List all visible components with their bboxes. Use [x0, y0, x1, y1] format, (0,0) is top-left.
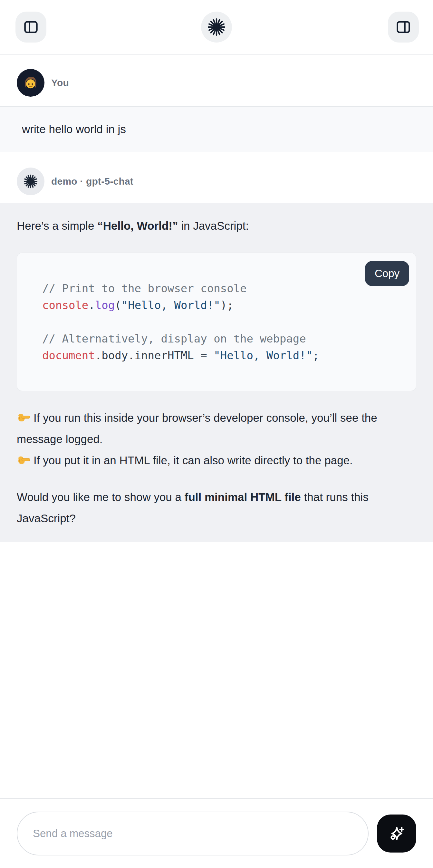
point-right-icon [17, 411, 31, 424]
assistant-question-text: Would you like me to show you a full min… [17, 487, 416, 529]
send-button[interactable] [377, 814, 416, 852]
assistant-author-label: demo · gpt-5-chat [51, 176, 133, 187]
chat-app: You write hello world in js demo · gp [0, 0, 433, 868]
copy-button[interactable]: Copy [365, 261, 409, 286]
sparkle-plus-icon [386, 824, 407, 843]
top-bar [0, 0, 433, 55]
tip-line: If you put it in an HTML file, it can al… [17, 450, 416, 471]
user-author-label: You [51, 77, 69, 88]
user-message-text: write hello world in js [22, 119, 411, 140]
assistant-avatar [17, 167, 44, 195]
app-logo-button[interactable] [201, 11, 232, 42]
message-input[interactable] [17, 812, 369, 856]
assistant-tips: If you run this inside your browser’s de… [17, 407, 416, 471]
person-emoji-icon [21, 73, 40, 93]
tip-line: If you run this inside your browser’s de… [17, 407, 416, 450]
assistant-intro-text: Here’s a simple “Hello, World!” in JavaS… [17, 215, 416, 237]
composer [0, 798, 433, 868]
intro-bold: “Hello, World!” [97, 219, 178, 232]
assistant-message: Here’s a simple “Hello, World!” in JavaS… [0, 203, 433, 542]
user-avatar [17, 69, 44, 97]
user-message: write hello world in js [0, 106, 433, 152]
point-right-icon [17, 453, 31, 466]
question-bold: full minimal HTML file [185, 491, 301, 503]
right-panel-toggle-button[interactable] [388, 11, 419, 42]
code-content: // Print to the browser consoleconsole.l… [42, 280, 403, 364]
starburst-logo-icon [22, 173, 39, 190]
code-block: Copy // Print to the browser consolecons… [17, 253, 416, 391]
user-message-header: You [0, 55, 433, 106]
assistant-message-header: demo · gpt-5-chat [0, 152, 433, 203]
starburst-logo-icon [206, 17, 227, 38]
panel-right-icon [395, 19, 412, 35]
sidebar-toggle-button[interactable] [16, 11, 47, 42]
chat-empty-area [0, 542, 433, 798]
panel-left-icon [23, 19, 39, 35]
